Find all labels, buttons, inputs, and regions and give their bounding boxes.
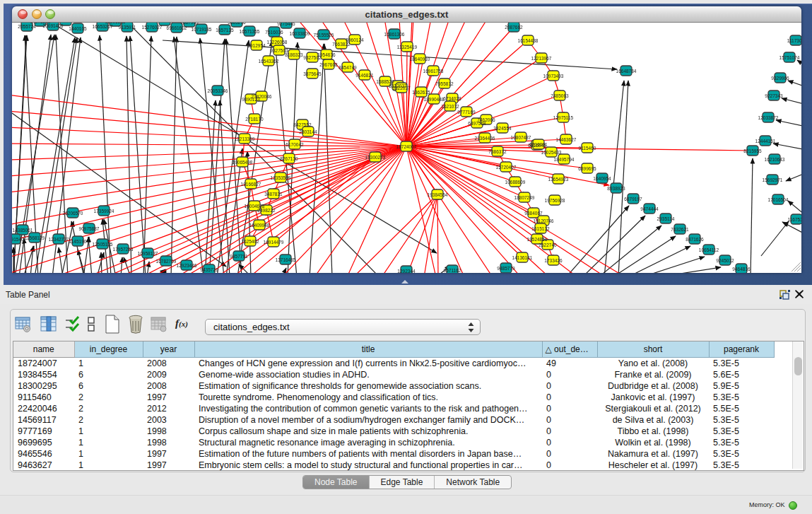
svg-text:10025433: 10025433 — [541, 150, 562, 155]
svg-text:17016504: 17016504 — [768, 197, 789, 202]
svg-text:15692971: 15692971 — [763, 177, 783, 182]
svg-text:15720407: 15720407 — [496, 165, 517, 170]
svg-text:18640910: 18640910 — [410, 57, 430, 62]
svg-text:12353599: 12353599 — [271, 175, 291, 180]
svg-text:8215955: 8215955 — [743, 148, 762, 153]
svg-text:9275445: 9275445 — [277, 23, 295, 26]
svg-text:16033809: 16033809 — [290, 31, 310, 36]
svg-text:8912954: 8912954 — [247, 43, 266, 48]
svg-text:6734028: 6734028 — [443, 96, 461, 101]
svg-text:21364436: 21364436 — [475, 136, 495, 141]
svg-text:14385061: 14385061 — [13, 228, 33, 233]
svg-text:5685216: 5685216 — [228, 23, 246, 25]
svg-text:11568129: 11568129 — [25, 235, 45, 240]
svg-text:6899695: 6899695 — [578, 166, 596, 171]
svg-text:1117304: 1117304 — [787, 38, 801, 43]
svg-text:20053346: 20053346 — [208, 88, 228, 93]
svg-text:22570529: 22570529 — [56, 23, 76, 23]
svg-text:8960124: 8960124 — [346, 37, 364, 42]
svg-text:2522740: 2522740 — [539, 243, 557, 247]
svg-text:9571162: 9571162 — [444, 268, 461, 273]
svg-text:15751074: 15751074 — [779, 55, 800, 60]
svg-text:75155526: 75155526 — [314, 33, 334, 37]
svg-text:9135911: 9135911 — [119, 25, 136, 30]
svg-text:1621072: 1621072 — [441, 104, 459, 109]
svg-text:19300273: 19300273 — [365, 155, 386, 160]
svg-text:10654112: 10654112 — [699, 247, 719, 252]
svg-text:9777169: 9777169 — [457, 110, 476, 115]
svg-text:10688609: 10688609 — [505, 180, 526, 185]
svg-text:8267130: 8267130 — [280, 156, 298, 161]
svg-text:1145190: 1145190 — [69, 239, 87, 244]
svg-text:10958137: 10958137 — [138, 251, 158, 256]
svg-text:7516036: 7516036 — [265, 30, 283, 35]
svg-text:90975887: 90975887 — [79, 226, 100, 231]
svg-text:13716485: 13716485 — [276, 257, 296, 262]
svg-text:19756928: 19756928 — [545, 198, 565, 203]
svg-text:6170042: 6170042 — [286, 142, 304, 147]
svg-text:16543362: 16543362 — [259, 59, 279, 64]
svg-text:1657135: 1657135 — [216, 28, 234, 33]
svg-text:7632621: 7632621 — [671, 227, 689, 232]
svg-text:3824554: 3824554 — [493, 126, 512, 131]
svg-text:19384554: 19384554 — [428, 192, 448, 197]
svg-text:12505135: 12505135 — [93, 242, 113, 247]
svg-text:1391540: 1391540 — [12, 237, 24, 242]
svg-text:12444151: 12444151 — [755, 139, 776, 144]
svg-text:16653267: 16653267 — [93, 24, 113, 29]
svg-text:2803144: 2803144 — [299, 129, 317, 134]
svg-text:9485779: 9485779 — [497, 266, 515, 271]
svg-text:26206570: 26206570 — [63, 211, 83, 216]
svg-text:8938923: 8938923 — [607, 186, 625, 191]
svg-text:2967608: 2967608 — [319, 62, 338, 67]
svg-text:9474444: 9474444 — [640, 206, 659, 211]
svg-text:8186323: 8186323 — [285, 52, 303, 57]
svg-text:15276027: 15276027 — [142, 25, 163, 30]
svg-text:12975115: 12975115 — [553, 115, 574, 120]
svg-text:9227343: 9227343 — [765, 93, 783, 98]
svg-text:1292344: 1292344 — [397, 269, 416, 274]
svg-text:7386372: 7386372 — [488, 149, 507, 154]
svg-text:9435721: 9435721 — [200, 267, 218, 272]
svg-text:17359924: 17359924 — [94, 209, 114, 214]
svg-text:9887903: 9887903 — [180, 23, 199, 25]
svg-text:69661602: 69661602 — [167, 25, 187, 30]
svg-text:9890123: 9890123 — [242, 97, 260, 102]
svg-text:18495794: 18495794 — [554, 157, 575, 162]
svg-text:7462066: 7462066 — [477, 117, 495, 122]
svg-text:19166827: 19166827 — [241, 182, 261, 187]
svg-text:16409948: 16409948 — [249, 223, 270, 228]
svg-text:16648784: 16648784 — [616, 69, 637, 74]
svg-text:18807249: 18807249 — [514, 195, 535, 200]
svg-text:6216001: 6216001 — [529, 142, 548, 147]
svg-text:7955812: 7955812 — [435, 81, 454, 86]
svg-text:16571355: 16571355 — [240, 29, 260, 34]
svg-text:9146821: 9146821 — [355, 73, 374, 78]
svg-text:12033872: 12033872 — [758, 115, 779, 120]
svg-text:14275203: 14275203 — [30, 23, 51, 24]
svg-text:1167534: 1167534 — [788, 217, 801, 222]
svg-text:16914479: 16914479 — [264, 240, 284, 245]
svg-text:6879197: 6879197 — [624, 197, 642, 201]
svg-text:7485063: 7485063 — [551, 93, 569, 98]
svg-text:16961758: 16961758 — [423, 69, 444, 74]
svg-text:17957253: 17957253 — [113, 247, 134, 252]
svg-text:16210643: 16210643 — [765, 157, 785, 162]
svg-text:20691406: 20691406 — [43, 23, 64, 28]
svg-text:10973493: 10973493 — [543, 74, 564, 78]
svg-text:12213369: 12213369 — [235, 136, 255, 141]
svg-text:14136141: 14136141 — [512, 255, 533, 260]
svg-text:2087662: 2087662 — [505, 25, 523, 30]
svg-text:9329966: 9329966 — [771, 76, 789, 81]
svg-text:13654923: 13654923 — [548, 177, 569, 182]
svg-text:16782759: 16782759 — [156, 259, 177, 264]
svg-text:9245012: 9245012 — [716, 258, 734, 263]
svg-text:2055724: 2055724 — [18, 24, 36, 29]
svg-text:19065498: 19065498 — [233, 160, 253, 165]
svg-text:7663822: 7663822 — [332, 42, 351, 47]
svg-text:18990448: 18990448 — [424, 97, 445, 102]
svg-text:8471626: 8471626 — [686, 237, 704, 242]
svg-text:10719185: 10719185 — [192, 27, 212, 32]
svg-text:8427552: 8427552 — [293, 122, 312, 127]
svg-text:9457791: 9457791 — [230, 254, 248, 259]
